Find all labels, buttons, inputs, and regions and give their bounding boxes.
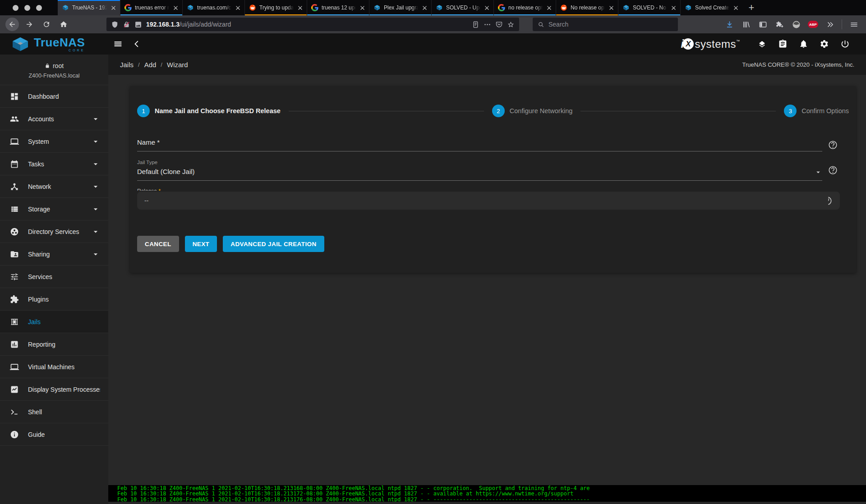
name-input[interactable]: Name *	[137, 138, 822, 151]
sidebar-item-services[interactable]: Services	[0, 266, 108, 288]
lock-disabled-icon[interactable]	[123, 21, 130, 28]
tab-close-button[interactable]	[484, 5, 490, 11]
tab-close-button[interactable]	[546, 5, 553, 11]
close-window-button[interactable]	[13, 5, 18, 11]
name-help-icon[interactable]	[828, 140, 838, 150]
favicon-truenas-icon	[62, 4, 69, 11]
browser-tab-7[interactable]: SOLVED - Update s	[431, 0, 493, 15]
url-bar[interactable]: 192.168.1.3/ui/jails/add/wizard	[106, 18, 519, 31]
task-manager-button[interactable]	[772, 35, 793, 53]
sidebar-item-storage[interactable]: Storage	[0, 198, 108, 220]
browser-tab-9[interactable]: No release option w	[556, 0, 618, 15]
browser-tab-3[interactable]: truenas.com/comm	[182, 0, 244, 15]
sidebar-item-network[interactable]: Network	[0, 175, 108, 198]
image-permission-icon[interactable]	[134, 21, 142, 28]
tab-close-button[interactable]	[297, 5, 304, 11]
browser-tab-4[interactable]: Trying to update Pl	[244, 0, 307, 15]
sidebar-item-label: Shell	[28, 408, 100, 416]
sidebar-item-directory-services[interactable]: Directory Services	[0, 220, 108, 243]
reader-mode-button[interactable]	[472, 21, 479, 28]
breadcrumb: Jails/Add/Wizard	[120, 61, 188, 69]
jail-type-select[interactable]: Default (Clone Jail)	[137, 168, 822, 181]
sidebar-item-system[interactable]: System	[0, 130, 108, 153]
sidebar-toggle-button[interactable]	[758, 19, 768, 29]
reload-button[interactable]	[40, 18, 53, 31]
tab-title: truenas 12 update	[322, 5, 356, 11]
wizard-stepper: 1Name Jail and Choose FreeBSD Release2Co…	[137, 104, 849, 118]
sidebar-item-label: System	[28, 138, 82, 145]
sidebar-item-label: Guide	[28, 431, 100, 438]
sidebar: root Z400-FreeNAS.local DashboardAccount…	[0, 55, 108, 504]
notifications-button[interactable]	[793, 35, 814, 53]
cancel-button[interactable]: CANCEL	[137, 236, 179, 252]
back-button[interactable]	[5, 18, 19, 31]
breadcrumb-link-add[interactable]: Add	[144, 61, 157, 69]
page-background: 1Name Jail and Choose FreeBSD Release2Co…	[108, 75, 866, 485]
sidenav-toggle-button[interactable]	[108, 35, 127, 53]
release-select[interactable]: --	[137, 192, 840, 210]
sidebar-item-shell[interactable]: Shell	[0, 401, 108, 423]
next-button[interactable]: NEXT	[185, 236, 217, 252]
sidebar-item-jails[interactable]: Jails	[0, 311, 108, 333]
settings-button[interactable]	[814, 35, 834, 53]
sidebar-item-tasks[interactable]: Tasks	[0, 153, 108, 175]
adblock-plus-button[interactable]: ABP	[808, 21, 818, 28]
hub-icon	[10, 182, 19, 191]
tab-close-button[interactable]	[235, 5, 241, 11]
tab-close-button[interactable]	[608, 5, 615, 11]
browser-tab-11[interactable]: Solved Create ioca	[680, 0, 742, 15]
jail-type-help-icon[interactable]	[828, 165, 838, 175]
sidebar-item-plugins[interactable]: Plugins	[0, 288, 108, 311]
zoom-window-button[interactable]	[36, 5, 42, 11]
tune-icon	[10, 272, 19, 281]
advanced-jail-creation-button[interactable]: ADVANCED JAIL CREATION	[223, 236, 324, 252]
downloads-button[interactable]	[724, 19, 734, 29]
tab-close-button[interactable]	[110, 5, 117, 11]
new-tab-button[interactable]: +	[742, 0, 760, 15]
extensions-button[interactable]	[774, 19, 784, 29]
library-button[interactable]	[741, 19, 751, 29]
truecommand-button[interactable]	[751, 35, 772, 53]
sidebar-item-virtual-machines[interactable]: Virtual Machines	[0, 356, 108, 378]
extension-badger-button[interactable]	[791, 19, 801, 29]
sidebar-item-guide[interactable]: Guide	[0, 423, 108, 446]
wizard-step-3[interactable]: 3Confirm Options	[784, 105, 849, 117]
browser-tab-5[interactable]: truenas 12 update	[307, 0, 369, 15]
tab-close-button[interactable]	[670, 5, 677, 11]
pocket-button[interactable]	[495, 21, 503, 28]
home-button[interactable]	[57, 18, 70, 31]
breadcrumb-link-jails[interactable]: Jails	[120, 61, 134, 69]
tab-close-button[interactable]	[421, 5, 428, 11]
truenas-logo[interactable]: TrueNAS CORE	[11, 37, 108, 52]
app-menu-button[interactable]	[849, 19, 859, 29]
sidebar-item-display-system-processes[interactable]: Display System Processes	[0, 378, 108, 401]
browser-tab-2[interactable]: truenas error majo	[120, 0, 182, 15]
sidebar-item-sharing[interactable]: Sharing	[0, 243, 108, 266]
browser-tab-1[interactable]: TrueNAS - 192.168	[58, 0, 120, 15]
page-actions-button[interactable]	[484, 21, 491, 28]
sidebar-item-reporting[interactable]: Reporting	[0, 333, 108, 356]
wizard-step-2[interactable]: 2Configure Networking	[492, 105, 572, 117]
chevron-down-icon	[91, 160, 100, 169]
tab-close-button[interactable]	[359, 5, 366, 11]
browser-search-field[interactable]: Search	[533, 18, 678, 31]
tab-close-button[interactable]	[732, 5, 739, 11]
bookmark-star-button[interactable]	[507, 21, 515, 28]
name-label: Name *	[137, 138, 160, 146]
tracking-shield-icon[interactable]	[111, 21, 119, 28]
browser-tab-6[interactable]: Plex Jail upgrade f	[369, 0, 431, 15]
nav-back-button[interactable]	[127, 35, 146, 53]
system-console-log[interactable]: Feb 10 16:30:18 Z400-FreeNAS 1 2021-02-1…	[108, 485, 866, 502]
tab-title: truenas error majo	[135, 5, 169, 11]
forward-button[interactable]	[23, 18, 36, 31]
browser-tab-10[interactable]: SOLVED - No relea	[618, 0, 680, 15]
wizard-step-1[interactable]: 1Name Jail and Choose FreeBSD Release	[137, 105, 281, 117]
overflow-chevrons-button[interactable]	[825, 19, 835, 29]
browser-tab-8[interactable]: no release option c	[493, 0, 556, 15]
sidebar-item-dashboard[interactable]: Dashboard	[0, 85, 108, 108]
minimize-window-button[interactable]	[24, 5, 30, 11]
breadcrumb-link-wizard[interactable]: Wizard	[167, 61, 188, 69]
sidebar-item-accounts[interactable]: Accounts	[0, 108, 108, 130]
power-button[interactable]	[834, 35, 855, 53]
tab-close-button[interactable]	[172, 5, 179, 11]
